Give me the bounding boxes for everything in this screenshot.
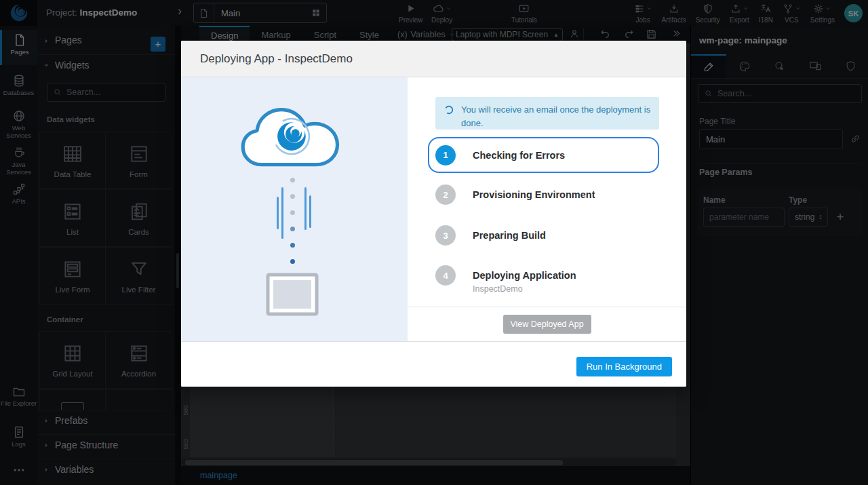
- flow-line: [304, 187, 307, 230]
- spinner-icon: [443, 104, 454, 115]
- step-sub-text: InspectDemo: [473, 284, 523, 294]
- run-in-background-button[interactable]: Run In Background: [576, 357, 672, 376]
- step-number: 1: [435, 145, 456, 166]
- step-provisioning: 2 Provisioning Environment: [435, 185, 595, 205]
- step-checking-errors: 1 Checking for Errors: [428, 137, 659, 173]
- deploy-illustration: [181, 77, 408, 341]
- view-deployed-app-button[interactable]: View Deployed App: [503, 315, 591, 334]
- step-preparing-build: 3 Preparing Build: [435, 225, 546, 246]
- step-deploying-app: 4 Deploying Application: [435, 265, 576, 286]
- modal-title: Deploying App - InspectDemo: [200, 41, 353, 77]
- flow-dot: [290, 178, 295, 182]
- deploy-action-row: View Deployed App: [408, 307, 686, 341]
- deploy-modal: Deploying App - InspectDemo You will rec…: [181, 41, 686, 387]
- cloud-illustration-icon: [239, 100, 347, 170]
- flow-dot: [290, 243, 295, 248]
- flow-line: [281, 187, 283, 239]
- step-number: 3: [435, 225, 456, 246]
- modal-footer: Run In Background: [181, 341, 686, 387]
- deploy-steps-pane: You will receive an email once the deplo…: [408, 77, 686, 341]
- flow-dot: [290, 194, 295, 199]
- monitor-icon: [266, 273, 319, 316]
- modal-header: Deploying App - InspectDemo: [181, 41, 686, 77]
- step-number: 4: [435, 265, 456, 286]
- flow-dot: [290, 259, 295, 264]
- flow-dot: [290, 210, 295, 215]
- flow-dot: [290, 227, 295, 231]
- flow-line: [309, 195, 311, 228]
- step-number: 2: [435, 185, 456, 205]
- flow-line: [277, 197, 279, 229]
- alert-text: You will receive an email once the deplo…: [461, 103, 651, 123]
- deploy-info-alert: You will receive an email once the deplo…: [435, 97, 659, 130]
